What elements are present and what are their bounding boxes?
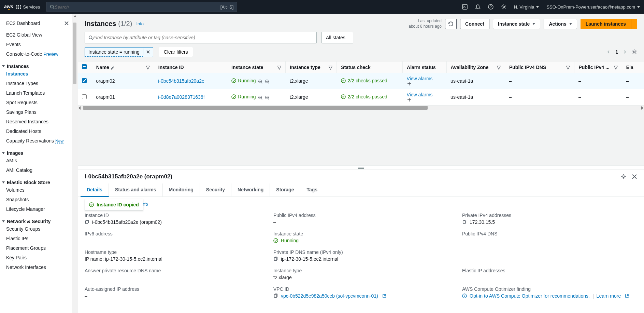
- sidebar-item-reserved-instances[interactable]: Reserved Instances: [6, 117, 69, 126]
- select-all-checkbox[interactable]: [82, 64, 87, 69]
- sort-icon[interactable]: ▽: [277, 65, 281, 70]
- sidebar-item-capacity-reservations[interactable]: Capacity ReservationsNew: [6, 136, 69, 146]
- refresh-button[interactable]: [445, 19, 457, 29]
- instance-state-button[interactable]: Instance state: [493, 19, 540, 29]
- sidebar-item-key-pairs[interactable]: Key Pairs: [6, 253, 69, 262]
- sidebar-item-network-interfaces[interactable]: Network Interfaces: [6, 262, 69, 272]
- learn-more-link[interactable]: Learn more: [597, 293, 621, 299]
- instance-id-link[interactable]: i-0d8e7a0028371636f: [158, 94, 204, 100]
- table-row[interactable]: orapm01i-0d8e7a0028371636f Runningt2.xla…: [78, 89, 644, 105]
- sidebar-item-spot-requests[interactable]: Spot Requests: [6, 98, 69, 107]
- column-header[interactable]: Status check: [337, 62, 403, 73]
- sidebar-item-elastic-ips[interactable]: Elastic IPs: [6, 234, 69, 243]
- close-icon[interactable]: [632, 174, 637, 179]
- view-alarms-link[interactable]: View alarms: [407, 76, 433, 81]
- sidebar-scrollbar[interactable]: [72, 14, 78, 313]
- column-header[interactable]: Instance ID: [154, 62, 227, 73]
- states-dropdown[interactable]: All states: [321, 32, 353, 43]
- sort-icon[interactable]: ▽: [329, 65, 332, 70]
- sidebar-item-placement-groups[interactable]: Placement Groups: [6, 243, 69, 253]
- sidebar-item-savings-plans[interactable]: Savings Plans: [6, 107, 69, 117]
- actions-button[interactable]: Actions: [544, 19, 577, 29]
- zoom-in-icon[interactable]: [258, 95, 263, 100]
- find-instance-box[interactable]: [85, 32, 317, 43]
- sidebar-item-instances[interactable]: Instances: [6, 69, 69, 79]
- sidebar-item-security-groups[interactable]: Security Groups: [6, 224, 69, 234]
- cloudshell-icon[interactable]: [462, 4, 468, 10]
- copy-icon[interactable]: [85, 220, 89, 224]
- account-menu[interactable]: SSO-OnPrem-Poweruser/acao@netapp.com: [546, 4, 640, 10]
- close-icon[interactable]: [64, 21, 69, 26]
- instance-id-link[interactable]: i-0bc54b315afb20a2e: [158, 78, 204, 84]
- filter-chip-remove[interactable]: [143, 49, 153, 55]
- column-header[interactable]: Name ▽: [92, 62, 154, 73]
- column-header[interactable]: Public IPv4 ...▽: [574, 62, 622, 73]
- row-checkbox[interactable]: [82, 78, 87, 83]
- sidebar-item-dashboard[interactable]: EC2 Dashboard: [6, 18, 40, 28]
- column-header[interactable]: [78, 62, 92, 73]
- sidebar-item-launch-templates[interactable]: Launch Templates: [6, 88, 69, 98]
- copy-icon[interactable]: [273, 257, 278, 261]
- panel-resize-handle[interactable]: [78, 165, 644, 169]
- column-header[interactable]: Ela: [622, 62, 644, 73]
- launch-instances-more-button[interactable]: [631, 19, 637, 29]
- zoom-out-icon[interactable]: [265, 79, 270, 84]
- gear-icon[interactable]: [632, 49, 637, 55]
- table-horizontal-scrollbar[interactable]: [78, 105, 644, 110]
- scroll-thumb[interactable]: [73, 23, 76, 84]
- find-instance-input[interactable]: [93, 35, 313, 40]
- column-header[interactable]: Instance type▽: [286, 62, 337, 73]
- sidebar-item-lifecycle-manager[interactable]: Lifecycle Manager: [6, 204, 69, 214]
- sidebar-section-network-security[interactable]: Network & Security: [6, 219, 69, 224]
- tab-storage[interactable]: Storage: [270, 183, 300, 196]
- sidebar-item-ami-catalog[interactable]: AMI Catalog: [6, 165, 69, 175]
- tab-monitoring[interactable]: Monitoring: [163, 183, 200, 196]
- global-search[interactable]: [Alt+S]: [46, 2, 237, 12]
- search-input[interactable]: [55, 4, 220, 10]
- plus-icon[interactable]: [407, 97, 412, 102]
- region-selector[interactable]: N. Virginia: [514, 4, 539, 10]
- sidebar-section-instances[interactable]: Instances: [6, 64, 69, 69]
- notifications-icon[interactable]: [475, 4, 481, 10]
- plus-icon[interactable]: [407, 81, 412, 86]
- sidebar-item-amis[interactable]: AMIs: [6, 156, 69, 165]
- column-header[interactable]: Availability Zone▽: [446, 62, 505, 73]
- copy-icon[interactable]: [462, 220, 467, 224]
- launch-instances-button[interactable]: Launch instances: [581, 19, 631, 29]
- tab-status-and-alarms[interactable]: Status and alarms: [109, 183, 163, 196]
- zoom-out-icon[interactable]: [265, 95, 270, 100]
- help-icon[interactable]: ?: [488, 4, 493, 10]
- sort-icon[interactable]: ▽: [566, 65, 570, 70]
- sidebar-item-volumes[interactable]: Volumes: [6, 185, 69, 195]
- clear-filters-button[interactable]: Clear filters: [159, 47, 193, 57]
- services-menu[interactable]: Services: [16, 4, 40, 10]
- sidebar-item-events[interactable]: Events: [6, 40, 69, 49]
- sidebar-item-instance-types[interactable]: Instance Types: [6, 79, 69, 88]
- sort-icon[interactable]: ▽: [146, 65, 150, 70]
- connect-button[interactable]: Connect: [460, 19, 489, 29]
- column-header[interactable]: Alarm status: [403, 62, 447, 73]
- filter-chip-label[interactable]: Instance state = running: [85, 47, 143, 57]
- next-page-icon[interactable]: [623, 50, 627, 54]
- sidebar-section-elastic-block-store[interactable]: Elastic Block Store: [6, 180, 69, 185]
- column-header[interactable]: Public IPv4 DNS▽: [505, 62, 574, 73]
- column-header[interactable]: Instance state▽: [227, 62, 286, 73]
- copy-icon[interactable]: [273, 294, 278, 298]
- settings-icon[interactable]: [501, 4, 506, 10]
- row-checkbox[interactable]: [82, 94, 87, 99]
- sort-icon[interactable]: ▽: [497, 65, 501, 70]
- vpc-link[interactable]: vpc-0b522d5e982a50ceb (sol-vpcvmconn-01): [281, 293, 378, 299]
- scroll-thumb[interactable]: [83, 106, 428, 110]
- info-link[interactable]: Info: [136, 21, 144, 26]
- tab-tags[interactable]: Tags: [300, 183, 324, 196]
- tab-security[interactable]: Security: [200, 183, 231, 196]
- sidebar-item-dedicated-hosts[interactable]: Dedicated Hosts: [6, 126, 69, 136]
- optimizer-link[interactable]: Opt-in to AWS Compute Optimizer for reco…: [470, 293, 590, 299]
- tab-networking[interactable]: Networking: [231, 183, 270, 196]
- sort-icon[interactable]: ▽: [614, 65, 618, 70]
- table-row[interactable]: orapm02i-0bc54b315afb20a2e Runningt2.xla…: [78, 73, 644, 89]
- sidebar-item-console-to-code[interactable]: Console-to-CodePreview: [6, 49, 69, 59]
- gear-icon[interactable]: [621, 174, 626, 179]
- sidebar-item-snapshots[interactable]: Snapshots: [6, 195, 69, 204]
- aws-logo[interactable]: aws ⌣: [4, 4, 13, 10]
